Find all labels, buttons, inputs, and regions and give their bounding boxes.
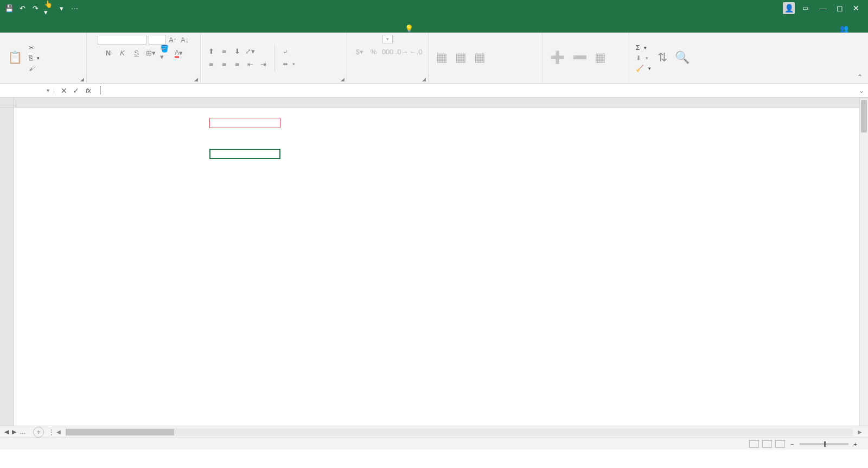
format-painter-button[interactable]: 🖌 xyxy=(28,64,41,73)
italic-button[interactable]: K xyxy=(118,48,127,58)
zoom-slider[interactable] xyxy=(800,443,848,445)
user-account[interactable]: 👤 xyxy=(780,2,795,14)
merge-center-button[interactable]: ⬌▾ xyxy=(282,60,296,68)
zoom-out-button[interactable]: − xyxy=(790,441,794,447)
select-all-button[interactable] xyxy=(0,98,14,107)
find-select-button[interactable]: 🔍 xyxy=(673,49,692,67)
redo-icon[interactable]: ↷ xyxy=(31,4,39,12)
format-table-button[interactable]: ▦ xyxy=(453,49,469,67)
align-bottom-icon[interactable]: ⬇ xyxy=(232,47,242,56)
vertical-scrollbar[interactable] xyxy=(859,98,868,426)
lightbulb-icon: 💡 xyxy=(405,24,413,33)
format-cells-button[interactable]: ▦ xyxy=(592,49,608,67)
bold-button[interactable]: N xyxy=(104,48,113,58)
qat-customize-icon[interactable]: ▾ xyxy=(58,4,65,12)
font-name-input[interactable] xyxy=(98,35,146,45)
hscroll-right-icon[interactable]: ▶ xyxy=(856,428,864,436)
cells-area[interactable] xyxy=(14,107,859,426)
active-cell-editor[interactable] xyxy=(209,149,280,159)
cut-button[interactable]: ✂ xyxy=(28,43,41,52)
formula-input[interactable] xyxy=(97,86,855,94)
eraser-icon: 🧹 xyxy=(636,65,644,72)
align-middle-icon[interactable]: ≡ xyxy=(219,47,229,56)
search-icon: 🔍 xyxy=(675,50,690,65)
normal-view-button[interactable] xyxy=(749,440,759,448)
autosum-button[interactable]: Σ▾ xyxy=(635,43,652,52)
sort-filter-button[interactable]: ⇅ xyxy=(655,49,669,67)
fx-icon[interactable]: fx xyxy=(86,86,97,94)
align-left-icon[interactable]: ≡ xyxy=(206,60,216,69)
cond-format-icon: ▦ xyxy=(436,50,448,65)
number-format-select[interactable]: ▾ xyxy=(382,35,393,43)
fill-color-icon[interactable]: 🪣▾ xyxy=(160,48,170,58)
scrollbar-thumb[interactable] xyxy=(66,429,174,435)
currency-icon[interactable]: $▾ xyxy=(355,47,365,56)
status-bar: − + xyxy=(0,438,868,450)
expand-formula-bar-icon[interactable]: ⌄ xyxy=(855,87,868,94)
insert-cells-button[interactable]: ➕ xyxy=(548,49,567,67)
column-headers[interactable] xyxy=(14,98,859,107)
align-top-icon[interactable]: ⬆ xyxy=(206,47,216,56)
orientation-icon[interactable]: ⤢▾ xyxy=(245,47,255,56)
border-icon[interactable]: ⊞▾ xyxy=(146,48,156,58)
dialog-launcher-icon[interactable]: ◢ xyxy=(422,77,426,82)
page-layout-view-button[interactable] xyxy=(762,440,772,448)
maximize-button[interactable]: ◻ xyxy=(837,4,843,12)
decrease-indent-icon[interactable]: ⇤ xyxy=(245,60,255,69)
clear-button[interactable]: 🧹▾ xyxy=(635,64,652,73)
dialog-launcher-icon[interactable]: ◢ xyxy=(341,77,344,82)
formula-bar: ▼ ✕ ✓ fx ⌄ xyxy=(0,84,868,98)
chevron-down-icon: ▼ xyxy=(46,88,50,93)
row-headers[interactable] xyxy=(0,107,14,426)
font-color-icon[interactable]: A▾ xyxy=(174,48,184,58)
increase-indent-icon[interactable]: ⇥ xyxy=(258,60,268,69)
page-break-view-button[interactable] xyxy=(775,440,785,448)
hscroll-left-icon[interactable]: ◀ xyxy=(55,428,62,436)
comma-icon[interactable]: 000 xyxy=(383,47,393,56)
delete-cells-button[interactable]: ➖ xyxy=(570,49,589,67)
collapse-ribbon-icon[interactable]: ⌃ xyxy=(857,73,863,81)
font-size-input[interactable] xyxy=(149,35,166,45)
fill-icon: ⬇ xyxy=(636,54,641,62)
align-center-icon[interactable]: ≡ xyxy=(219,60,229,69)
scrollbar-thumb[interactable] xyxy=(861,100,867,132)
save-icon[interactable]: 💾 xyxy=(5,4,13,12)
sheet-nav-prev-icon[interactable]: ▶ xyxy=(12,428,16,435)
ribbon: 📋 ✂ ⎘▾ 🖌 ◢ A↑ A↓ N K S ⊞▾ 🪣▾ A▾ xyxy=(0,33,868,84)
sort-icon: ⇅ xyxy=(658,50,667,65)
clipboard-icon: 📋 xyxy=(8,50,22,65)
copy-button[interactable]: ⎘▾ xyxy=(28,54,41,62)
align-right-icon[interactable]: ≡ xyxy=(232,60,242,69)
avatar: 👤 xyxy=(783,2,795,14)
percent-icon[interactable]: % xyxy=(369,47,379,56)
increase-font-icon[interactable]: A↑ xyxy=(168,35,178,45)
underline-button[interactable]: S xyxy=(132,48,142,58)
paste-button[interactable]: 📋 xyxy=(5,49,24,67)
conditional-format-button[interactable]: ▦ xyxy=(434,49,450,67)
sheet-nav-first-icon[interactable]: ◀ xyxy=(4,428,9,435)
touch-mode-icon[interactable]: 👆▾ xyxy=(44,4,52,12)
decrease-decimal-icon[interactable]: ←.0 xyxy=(411,47,421,56)
qat-more-icon[interactable]: ⋯ xyxy=(71,4,78,12)
dialog-launcher-icon[interactable]: ◢ xyxy=(80,77,84,82)
fill-button[interactable]: ⬇▾ xyxy=(635,54,652,62)
cell-styles-button[interactable]: ▦ xyxy=(472,49,488,67)
ribbon-display-icon[interactable]: ▭ xyxy=(802,4,808,12)
new-sheet-button[interactable]: + xyxy=(33,427,44,438)
name-box[interactable]: ▼ xyxy=(0,88,54,93)
increase-decimal-icon[interactable]: .0→ xyxy=(397,47,407,56)
share-icon: 👥 xyxy=(840,24,848,33)
insert-icon: ➕ xyxy=(550,50,565,65)
cancel-formula-icon[interactable]: ✕ xyxy=(61,86,67,95)
dialog-launcher-icon[interactable]: ◢ xyxy=(194,77,198,82)
enter-formula-icon[interactable]: ✓ xyxy=(73,86,79,95)
wrap-text-button[interactable]: ⤶ xyxy=(282,48,296,56)
minimize-button[interactable]: — xyxy=(819,4,827,12)
horizontal-scrollbar[interactable] xyxy=(66,428,853,436)
decrease-font-icon[interactable]: A↓ xyxy=(180,35,190,45)
zoom-in-button[interactable]: + xyxy=(854,441,857,447)
sheet-nav-more-icon[interactable]: … xyxy=(20,428,25,435)
undo-icon[interactable]: ↶ xyxy=(18,4,26,12)
close-button[interactable]: ✕ xyxy=(853,4,859,12)
spreadsheet-grid[interactable] xyxy=(0,98,868,426)
